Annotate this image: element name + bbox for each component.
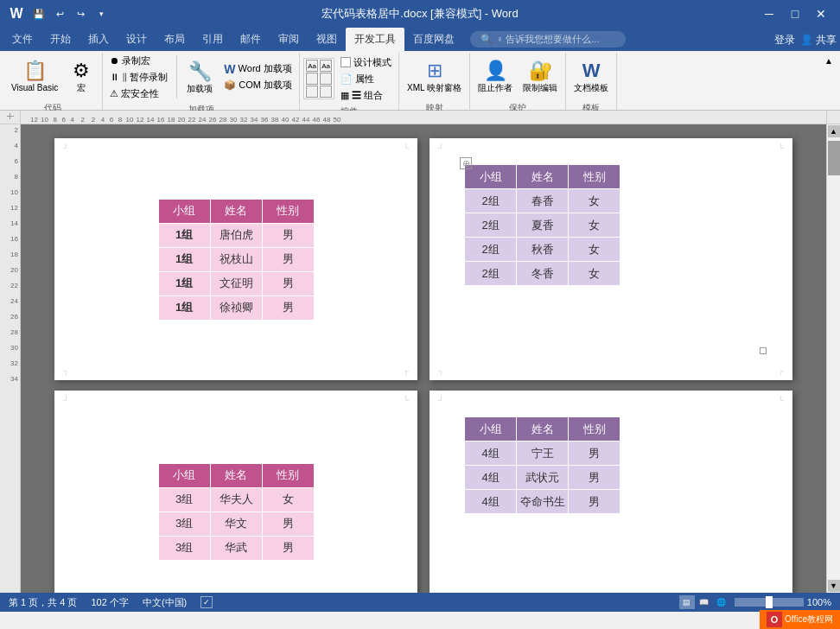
ruler-corner-icon <box>0 111 21 124</box>
check-ac-1[interactable] <box>306 86 318 98</box>
scroll-down-button[interactable]: ▼ <box>828 580 840 592</box>
security-label: 宏安全性 <box>121 87 159 100</box>
pause-label: ‖ 暂停录制 <box>122 71 168 84</box>
cell: 男 <box>262 223 314 247</box>
status-right: ▤ 📖 🌐 100% O Office教程网 <box>679 595 831 609</box>
zoom-slider[interactable] <box>735 598 804 607</box>
tab-references[interactable]: 引用 <box>194 28 232 51</box>
template-group-body: W 文档模板 <box>570 53 613 101</box>
document-area[interactable]: ┘ └ ┐ ┌ 小组 姓名 性别 <box>21 124 826 593</box>
design-mode-checkbox[interactable] <box>340 57 351 67</box>
com-addins-button[interactable]: 📦 COM 加载项 <box>220 78 296 93</box>
tab-design[interactable]: 设计 <box>118 28 156 51</box>
scroll-up-button[interactable]: ▲ <box>828 125 840 137</box>
page2-mark-tl: ┘ <box>438 143 443 152</box>
page3-mark-tl: ┘ <box>63 396 68 404</box>
scroll-thumb[interactable] <box>828 141 840 175</box>
cell: 华夫人 <box>210 487 262 511</box>
track-changes-icon[interactable]: ✓ <box>200 596 213 608</box>
page-3: ┘ └ ┐ ┌ 小组 姓名 性别 <box>54 391 417 593</box>
print-layout-button[interactable]: ▤ <box>679 595 695 609</box>
properties-button[interactable]: 📄 属性 <box>337 71 395 86</box>
maximize-button[interactable]: □ <box>783 2 807 26</box>
horizontal-ruler: 1210864 22468101214161820222426283032343… <box>21 111 826 124</box>
design-mode-button[interactable]: 设计模式 <box>337 54 395 70</box>
table4-header-gender: 性别 <box>569 417 620 442</box>
table2-header-group: 小组 <box>465 165 517 189</box>
undo-button[interactable]: ↩ <box>50 4 69 23</box>
cell: 女 <box>569 262 620 286</box>
cell: 宁王 <box>517 442 569 466</box>
ribbon-group-xml: ⊞ XML 映射窗格 映射 <box>399 53 470 110</box>
visual-basic-button[interactable]: 📋 Visual Basic <box>7 53 62 99</box>
check-ac-2[interactable] <box>320 86 332 98</box>
check-col2: Aa <box>320 60 332 98</box>
page4-mark-tl: ┘ <box>438 396 443 404</box>
tab-view[interactable]: 视图 <box>308 28 346 51</box>
group-button[interactable]: ▦ ☰ 组合 <box>337 87 395 103</box>
editor-area: 1210864 22468101214161820222426283032343… <box>0 111 840 593</box>
addins-button[interactable]: 🔧 加载项 <box>182 54 217 100</box>
ruler-right-end <box>826 111 840 124</box>
addins-group-body: ⏺ 录制宏 ⏸ ‖ 暂停录制 ⚠ 宏安全性 🔧 加载项 <box>106 53 296 103</box>
window-controls: ─ □ ✕ <box>757 2 833 26</box>
word-addins-icon: W <box>224 62 235 76</box>
cell: 2组 <box>465 238 517 262</box>
addins-label: 加载项 <box>187 84 213 94</box>
login-area: 登录 👤 共享 <box>774 33 837 51</box>
redo-button[interactable]: ↪ <box>71 4 90 23</box>
cell: 3组 <box>158 536 210 560</box>
page1-mark-tr: └ <box>404 143 409 152</box>
check-aa-2[interactable]: Aa <box>320 60 332 72</box>
ribbon-collapse-button[interactable]: ▲ <box>823 54 835 67</box>
cell: 1组 <box>158 223 210 247</box>
customize-button[interactable]: ▾ <box>92 4 111 23</box>
title-bar-left: W 💾 ↩ ↪ ▾ <box>7 4 111 23</box>
window-title: 宏代码表格居中.docx [兼容模式] - Word <box>321 6 518 22</box>
table-row: 2组 秋香 女 <box>465 238 620 262</box>
pause-macro-button[interactable]: ⏸ ‖ 暂停录制 <box>106 69 171 85</box>
zoom-thumb[interactable] <box>766 596 773 608</box>
check-ab-2[interactable] <box>320 73 332 85</box>
cell: 女 <box>262 487 314 511</box>
restrict-edit-label: 限制编辑 <box>523 83 557 93</box>
cell: 华文 <box>210 511 262 536</box>
tab-mailings[interactable]: 邮件 <box>232 28 270 51</box>
checkbox-group: Aa Aa <box>303 58 334 99</box>
block-author-button[interactable]: 👤 阻止作者 <box>474 53 517 99</box>
tab-developer[interactable]: 开发工具 <box>346 28 404 51</box>
search-box[interactable]: 🔍 ♀ 告诉我您想要做什么... <box>470 31 626 48</box>
read-mode-button[interactable]: 📖 <box>697 595 712 609</box>
share-button[interactable]: 👤 共享 <box>800 33 837 48</box>
macro-security-button[interactable]: ⚠ 宏安全性 <box>106 86 171 101</box>
tab-home[interactable]: 开始 <box>41 28 80 51</box>
tab-insert[interactable]: 插入 <box>80 28 118 51</box>
record-macro-button[interactable]: ⏺ 录制宏 <box>106 53 171 68</box>
cell: 男 <box>569 466 620 490</box>
web-layout-button[interactable]: 🌐 <box>714 595 729 609</box>
table-resize-handle[interactable] <box>760 347 767 354</box>
close-button[interactable]: ✕ <box>809 2 833 26</box>
vertical-scrollbar[interactable]: ▲ ▼ <box>826 124 840 593</box>
login-button[interactable]: 登录 <box>774 33 795 48</box>
office-site-label: Office教程网 <box>785 613 833 626</box>
table3-header-gender: 性别 <box>262 463 314 487</box>
check-aa-1[interactable]: Aa <box>306 60 318 72</box>
tab-review[interactable]: 审阅 <box>270 28 308 51</box>
check-ab-1[interactable] <box>306 73 318 85</box>
pause-icon: ⏸ <box>110 72 119 82</box>
save-button[interactable]: 💾 <box>29 4 48 23</box>
tab-file[interactable]: 文件 <box>3 28 41 51</box>
doc-template-button[interactable]: W 文档模板 <box>570 53 613 99</box>
table-move-handle[interactable]: ⊕ <box>460 157 472 169</box>
svg-rect-1 <box>10 113 10 119</box>
tab-layout[interactable]: 布局 <box>156 28 194 51</box>
xml-map-button[interactable]: ⊞ XML 映射窗格 <box>403 53 466 99</box>
macro-button[interactable]: ⚙ 宏 <box>64 53 99 99</box>
word-logo-icon[interactable]: W <box>7 4 26 23</box>
word-addins-button[interactable]: W Word 加载项 <box>220 61 296 77</box>
cell: 女 <box>569 238 620 262</box>
minimize-button[interactable]: ─ <box>757 2 781 26</box>
restrict-edit-button[interactable]: 🔐 限制编辑 <box>519 53 562 99</box>
tab-baidu[interactable]: 百度网盘 <box>404 28 463 51</box>
